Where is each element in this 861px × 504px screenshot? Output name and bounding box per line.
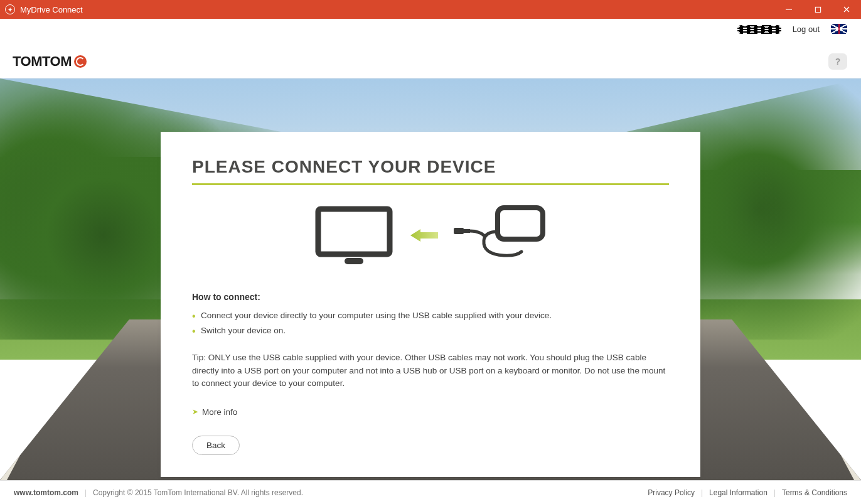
close-button[interactable] bbox=[832, 0, 861, 19]
list-item: Connect your device directly to your com… bbox=[192, 308, 669, 323]
hero-area: PLEASE CONNECT YOUR DEVICE How to connec… bbox=[0, 78, 861, 480]
terms-conditions-link[interactable]: Terms & Conditions bbox=[782, 488, 847, 497]
svg-rect-1 bbox=[815, 7, 820, 12]
window-title: MyDrive Connect bbox=[20, 5, 83, 14]
card-title: PLEASE CONNECT YOUR DEVICE bbox=[192, 157, 669, 185]
footer-separator: | bbox=[85, 488, 87, 497]
minimize-button[interactable] bbox=[774, 0, 803, 19]
logo-hands-icon bbox=[74, 55, 87, 68]
instructions-list: Connect your device directly to your com… bbox=[192, 308, 669, 339]
uk-flag-icon[interactable] bbox=[831, 24, 847, 34]
svg-rect-5 bbox=[345, 258, 363, 264]
svg-rect-8 bbox=[454, 228, 464, 234]
footer: www.tomtom.com | Copyright © 2015 TomTom… bbox=[0, 480, 861, 504]
account-name-redacted bbox=[737, 24, 781, 34]
how-to-connect-heading: How to connect: bbox=[192, 292, 669, 302]
maximize-button[interactable] bbox=[803, 0, 832, 19]
logo-text: TOMTOM bbox=[13, 53, 72, 70]
back-button[interactable]: Back bbox=[192, 436, 240, 455]
svg-rect-4 bbox=[318, 209, 390, 254]
legal-information-link[interactable]: Legal Information bbox=[709, 488, 767, 497]
help-button[interactable]: ? bbox=[828, 53, 847, 70]
window-controls bbox=[774, 0, 861, 19]
chevron-right-icon: ➤ bbox=[192, 407, 198, 416]
connect-card: PLEASE CONNECT YOUR DEVICE How to connec… bbox=[161, 132, 700, 477]
more-info-label: More info bbox=[202, 407, 237, 417]
window-titlebar: ✦ MyDrive Connect bbox=[0, 0, 861, 19]
tip-text: Tip: ONLY use the USB cable supplied wit… bbox=[192, 351, 669, 391]
more-info-link[interactable]: ➤ More info bbox=[192, 407, 237, 417]
svg-marker-6 bbox=[410, 229, 438, 242]
footer-copyright: Copyright © 2015 TomTom International BV… bbox=[93, 488, 303, 497]
device-with-cable-icon bbox=[454, 204, 548, 267]
list-item: Switch your device on. bbox=[192, 323, 669, 338]
arrow-left-icon bbox=[410, 229, 438, 242]
footer-site[interactable]: www.tomtom.com bbox=[14, 488, 78, 497]
privacy-policy-link[interactable]: Privacy Policy bbox=[648, 488, 695, 497]
connect-diagram bbox=[192, 204, 669, 267]
logout-link[interactable]: Log out bbox=[793, 24, 820, 34]
monitor-icon bbox=[313, 204, 395, 267]
app-icon: ✦ bbox=[5, 4, 15, 14]
tomtom-logo: TOMTOM bbox=[13, 53, 87, 70]
footer-links: Privacy Policy | Legal Information | Ter… bbox=[648, 488, 847, 497]
svg-rect-7 bbox=[498, 208, 543, 239]
app-header: Log out TOMTOM ? bbox=[0, 19, 861, 78]
